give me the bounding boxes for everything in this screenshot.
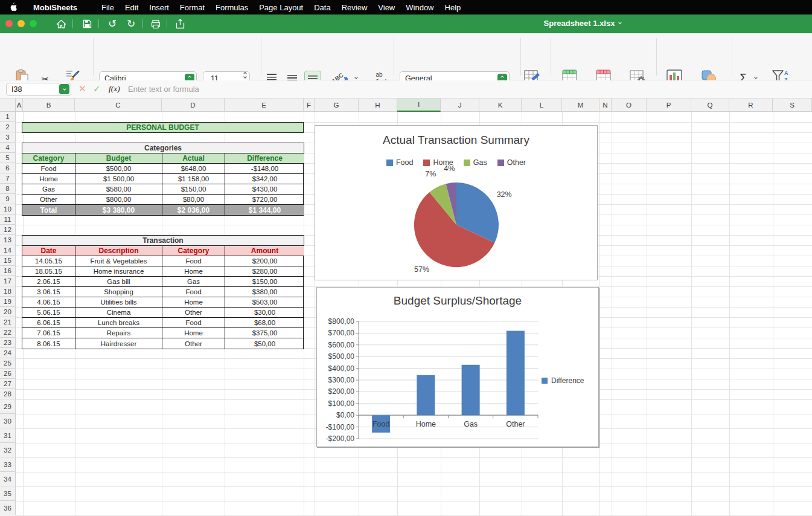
bar-other[interactable] — [507, 331, 525, 416]
transaction-cell[interactable]: Home — [162, 266, 225, 277]
transaction-cell[interactable]: $280,00 — [225, 266, 304, 277]
row-header-23[interactable]: 23 — [0, 338, 16, 348]
transaction-cell[interactable]: Food — [162, 318, 225, 328]
transaction-cell[interactable]: Gas bill — [75, 277, 162, 287]
categories-cell[interactable]: Category — [22, 153, 75, 164]
transaction-cell[interactable]: Cinema — [75, 308, 162, 318]
autosum-chevron-icon[interactable] — [754, 76, 758, 79]
transaction-title[interactable]: Transaction — [22, 236, 304, 246]
orientation-chevron-icon[interactable] — [354, 76, 358, 79]
menu-item-insert[interactable]: Insert — [144, 3, 174, 12]
menu-item-mobisheets[interactable]: MobiSheets — [28, 3, 83, 12]
transaction-cell[interactable]: Food — [162, 287, 225, 297]
categories-cell[interactable]: $150,00 — [162, 184, 225, 195]
save-button[interactable] — [79, 16, 95, 31]
column-header-H[interactable]: H — [359, 98, 397, 112]
row-header-28[interactable]: 28 — [0, 389, 16, 399]
row-header-21[interactable]: 21 — [0, 317, 16, 327]
categories-cell[interactable]: $80,00 — [162, 195, 225, 205]
menu-item-formulas[interactable]: Formulas — [210, 3, 254, 12]
categories-cell[interactable]: $1 500,00 — [75, 174, 162, 184]
menu-item-review[interactable]: Review — [336, 3, 373, 12]
undo-button[interactable]: ↺ — [104, 16, 120, 31]
categories-cell[interactable]: $648,00 — [162, 164, 225, 174]
select-all-corner[interactable] — [0, 98, 16, 112]
row-header-27[interactable]: 27 — [0, 379, 16, 389]
row-header-16[interactable]: 16 — [0, 266, 16, 276]
menu-item-file[interactable]: File — [96, 3, 120, 12]
transaction-cell[interactable]: Description — [75, 246, 162, 256]
row-header-12[interactable]: 12 — [0, 225, 16, 235]
column-header-R[interactable]: R — [729, 98, 773, 112]
apple-menu-icon[interactable] — [8, 2, 18, 12]
transaction-cell[interactable]: 14.05.15 — [22, 256, 75, 266]
menu-item-view[interactable]: View — [372, 3, 400, 12]
print-button[interactable] — [148, 16, 164, 31]
transaction-cell[interactable]: 4.06.15 — [22, 297, 75, 308]
row-header-5[interactable]: 5 — [0, 153, 16, 163]
transaction-cell[interactable]: 18.05.15 — [22, 266, 75, 277]
share-button[interactable] — [172, 16, 188, 31]
transaction-cell[interactable]: 6.06.15 — [22, 318, 75, 328]
categories-cell[interactable]: $342,00 — [225, 174, 304, 184]
row-header-32[interactable]: 32 — [0, 443, 16, 457]
transaction-cell[interactable]: Amount — [225, 246, 304, 256]
column-header-B[interactable]: B — [23, 98, 75, 112]
transaction-cell[interactable]: 7.06.15 — [22, 328, 75, 338]
transaction-cell[interactable]: 5.06.15 — [22, 308, 75, 318]
menu-item-help[interactable]: Help — [440, 3, 467, 12]
transaction-cell[interactable]: $375,00 — [225, 328, 304, 338]
row-header-4[interactable]: 4 — [0, 143, 16, 153]
row-header-22[interactable]: 22 — [0, 327, 16, 338]
transaction-cell[interactable]: Hairdresser — [75, 338, 162, 349]
row-header-20[interactable]: 20 — [0, 307, 16, 317]
row-header-14[interactable]: 14 — [0, 245, 16, 256]
row-header-3[interactable]: 3 — [0, 132, 16, 143]
row-header-11[interactable]: 11 — [0, 214, 16, 225]
row-header-10[interactable]: 10 — [0, 204, 16, 214]
transaction-cell[interactable]: Shopping — [75, 287, 162, 297]
row-header-25[interactable]: 25 — [0, 358, 16, 369]
column-header-K[interactable]: K — [479, 98, 522, 112]
formula-input[interactable] — [128, 82, 804, 97]
bar-home[interactable] — [417, 375, 435, 415]
categories-cell[interactable]: Total — [22, 205, 75, 215]
cancel-entry-button[interactable]: ✕ — [78, 83, 86, 94]
transaction-cell[interactable]: Category — [162, 246, 225, 256]
column-header-Q[interactable]: Q — [691, 98, 729, 112]
document-title[interactable]: Spreadsheet 1.xlsx — [531, 19, 634, 28]
column-header-G[interactable]: G — [315, 98, 359, 112]
row-header-26[interactable]: 26 — [0, 369, 16, 379]
transaction-cell[interactable]: Other — [162, 338, 225, 349]
column-header-O[interactable]: O — [612, 98, 647, 112]
column-header-J[interactable]: J — [441, 98, 479, 112]
column-header-N[interactable]: N — [599, 98, 612, 112]
transaction-cell[interactable]: Home — [162, 297, 225, 308]
transaction-cell[interactable]: $503,00 — [225, 297, 304, 308]
transaction-cell[interactable]: Repairs — [75, 328, 162, 338]
categories-cell[interactable]: Home — [22, 174, 75, 184]
transaction-cell[interactable]: 3.06.15 — [22, 287, 75, 297]
zoom-window-button[interactable] — [30, 20, 37, 27]
row-header-1[interactable]: 1 — [0, 112, 16, 122]
row-header-31[interactable]: 31 — [0, 428, 16, 443]
transaction-cell[interactable]: Utilities bills — [75, 297, 162, 308]
transaction-cell[interactable]: Other — [162, 308, 225, 318]
categories-cell[interactable]: Other — [22, 195, 75, 205]
transaction-cell[interactable]: $30,00 — [225, 308, 304, 318]
column-header-C[interactable]: C — [75, 98, 162, 112]
categories-cell[interactable]: Food — [22, 164, 75, 174]
transaction-cell[interactable]: $68,00 — [225, 318, 304, 328]
row-header-8[interactable]: 8 — [0, 184, 16, 194]
transaction-cell[interactable]: 2.06.15 — [22, 277, 75, 287]
row-header-9[interactable]: 9 — [0, 194, 16, 204]
menu-item-edit[interactable]: Edit — [120, 3, 144, 12]
personal-budget-banner[interactable]: PERSONAL BUDGET — [22, 122, 304, 133]
transaction-cell[interactable]: Home — [162, 328, 225, 338]
column-header-E[interactable]: E — [225, 98, 304, 112]
categories-cell[interactable]: $720,00 — [225, 195, 304, 205]
transaction-cell[interactable]: 8.06.15 — [22, 338, 75, 349]
row-header-35[interactable]: 35 — [0, 486, 16, 501]
menu-item-data[interactable]: Data — [308, 3, 336, 12]
categories-cell[interactable]: $800,00 — [75, 195, 162, 205]
